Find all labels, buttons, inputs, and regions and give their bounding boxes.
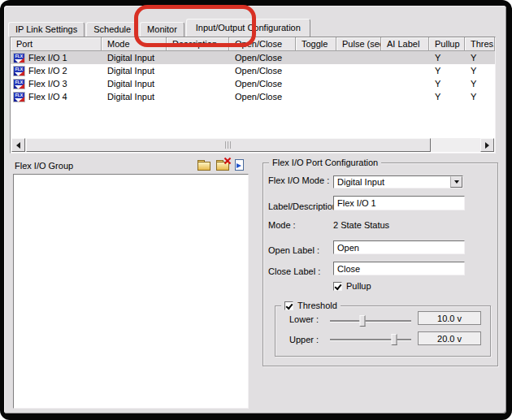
lower-slider[interactable]	[330, 315, 411, 327]
column-header-threshold[interactable]: Thres...	[465, 37, 495, 51]
red-x-icon	[223, 157, 232, 165]
column-header-port[interactable]: Port	[11, 37, 102, 51]
new-group-folder-icon[interactable]	[197, 159, 210, 171]
scrollbar-thumb[interactable]	[26, 138, 431, 152]
blue-arrow-icon	[236, 163, 244, 168]
column-header-toggle[interactable]: Toggle	[296, 37, 336, 51]
flex-port-icon: FLX	[13, 92, 25, 102]
table-row[interactable]: FLX Flex I/O 3 Digital Input Open/Close …	[11, 77, 495, 90]
open-close-cell: Open/Close	[229, 53, 296, 63]
port-cell: Flex I/O 3	[28, 79, 67, 89]
flex-port-icon: FLX	[13, 79, 25, 89]
lower-label: Lower :	[289, 314, 319, 324]
screenshot-root: IP Link Settings Schedule Monitor Input/…	[0, 0, 512, 420]
flex-group-toolbar	[197, 159, 244, 171]
flex-port-icon: FLX	[13, 53, 25, 63]
upper-slider[interactable]	[330, 334, 411, 346]
flex-io-mode-value: Digital Input	[334, 177, 450, 187]
flex-group-list[interactable]	[13, 174, 249, 409]
scroll-right-button[interactable]	[480, 138, 494, 152]
upper-slider-thumb[interactable]	[392, 334, 397, 345]
tab-monitor[interactable]: Monitor	[140, 22, 184, 37]
chevron-down-icon	[454, 180, 459, 186]
open-label-input[interactable]: Open	[333, 240, 465, 254]
flex-io-mode-label: Flex I/O Mode :	[268, 175, 329, 185]
horizontal-scrollbar[interactable]	[11, 138, 494, 152]
threshold-cell: Y	[465, 92, 495, 102]
pullup-cell: Y	[429, 79, 465, 89]
open-label-label: Open Label :	[268, 245, 319, 255]
upper-label: Upper :	[289, 335, 319, 344]
mode-cell: Digital Input	[102, 79, 167, 89]
port-configuration-title: Flex I/O Port Configuration	[269, 158, 381, 167]
tab-input-output-configuration[interactable]: Input/Output Configuration	[186, 19, 310, 37]
ports-table: Port Mode Description Open/Close Toggle …	[10, 37, 496, 154]
mode-cell: Digital Input	[102, 53, 167, 63]
column-header-open-close[interactable]: Open/Close	[229, 37, 296, 51]
column-header-pullup[interactable]: Pullup	[429, 37, 465, 51]
close-label-input[interactable]: Close	[333, 262, 465, 275]
threshold-cell: Y	[465, 53, 495, 63]
flex-port-icon: FLX	[13, 66, 25, 76]
port-cell: Flex I/O 1	[28, 53, 67, 63]
dropdown-button[interactable]	[450, 176, 462, 188]
tab-bar: IP Link Settings Schedule Monitor Input/…	[8, 19, 312, 37]
mode-cell: Digital Input	[102, 92, 167, 102]
column-header-ai-label[interactable]: AI Label	[381, 37, 429, 51]
column-header-mode[interactable]: Mode	[102, 37, 167, 51]
threshold-checkbox[interactable]	[284, 301, 293, 310]
pullup-checkbox[interactable]	[333, 282, 342, 291]
scroll-left-icon	[13, 142, 20, 149]
flex-group-title: Flex I/O Group	[15, 161, 73, 171]
open-close-cell: Open/Close	[229, 92, 296, 102]
open-close-cell: Open/Close	[229, 66, 296, 76]
pullup-cell: Y	[429, 53, 465, 63]
open-close-cell: Open/Close	[229, 79, 296, 89]
mode-static-value: 2 State Status	[333, 220, 389, 230]
column-header-pulse[interactable]: Pulse (sec)	[336, 37, 381, 51]
upper-slider-track[interactable]	[330, 339, 411, 340]
scrollbar-grip-icon	[225, 141, 232, 149]
port-cell: Flex I/O 2	[28, 66, 67, 76]
lower-value-display: 10.0 v	[418, 311, 481, 325]
scroll-left-button[interactable]	[11, 138, 25, 152]
threshold-groupbox: Threshold Lower : 10.0 v Upper : 20.0 v	[275, 305, 491, 357]
threshold-cell: Y	[465, 66, 495, 76]
tab-ip-link-settings[interactable]: IP Link Settings	[8, 22, 85, 37]
label-description-label: Label/Description :	[268, 201, 342, 211]
mode-cell: Digital Input	[102, 66, 167, 76]
lower-slider-track[interactable]	[330, 320, 411, 322]
delete-group-folder-icon[interactable]	[216, 159, 229, 171]
table-row[interactable]: FLX Flex I/O 2 Digital Input Open/Close …	[11, 64, 495, 77]
threshold-label: Threshold	[297, 301, 337, 310]
scroll-right-icon	[485, 142, 492, 149]
port-cell: Flex I/O 4	[28, 92, 67, 102]
label-description-input[interactable]: Flex I/O 1	[333, 196, 465, 210]
lower-slider-thumb[interactable]	[360, 315, 366, 327]
pullup-cell: Y	[429, 66, 465, 76]
table-header-row: Port Mode Description Open/Close Toggle …	[11, 37, 495, 51]
flex-io-mode-select[interactable]: Digital Input	[333, 175, 463, 188]
assign-port-page-icon[interactable]	[235, 159, 244, 171]
mode-static-label: Mode :	[268, 220, 296, 230]
column-header-description[interactable]: Description	[167, 37, 229, 51]
upper-value-display: 20.0 v	[418, 331, 481, 345]
pullup-label: Pullup	[346, 281, 371, 291]
tab-schedule[interactable]: Schedule	[86, 22, 138, 37]
table-row[interactable]: FLX Flex I/O 1 Digital Input Open/Close …	[11, 51, 495, 64]
threshold-cell: Y	[465, 79, 495, 89]
table-row[interactable]: FLX Flex I/O 4 Digital Input Open/Close …	[11, 90, 495, 103]
close-label-label: Close Label :	[268, 266, 320, 276]
pullup-cell: Y	[429, 92, 465, 102]
